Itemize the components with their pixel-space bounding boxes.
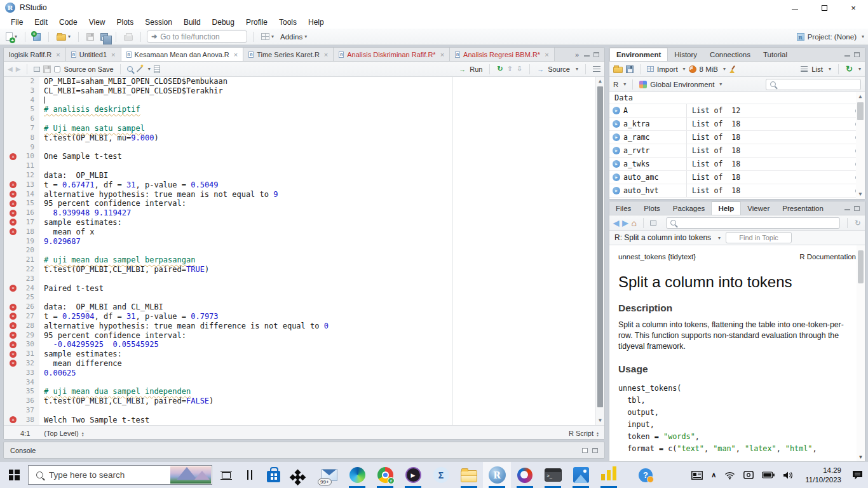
- help-forward-icon[interactable]: ▶: [622, 219, 628, 227]
- go-down-icon[interactable]: ⇩: [517, 65, 522, 73]
- code-line-36[interactable]: 36t.test(OP_MLBI,CL_MLBI, paired=FALSE): [4, 396, 604, 406]
- terminal-icon[interactable]: [539, 462, 567, 488]
- filetype-selector[interactable]: R Script▲▼: [569, 430, 599, 437]
- action-center-icon[interactable]: [852, 470, 863, 480]
- help-new-window-icon[interactable]: [650, 220, 656, 226]
- source-tab[interactable]: Analisis Regresi BBM.R*×: [450, 48, 554, 61]
- expand-object-icon[interactable]: ▶: [613, 133, 620, 141]
- view-mode-button[interactable]: List: [811, 65, 823, 73]
- expand-object-icon[interactable]: ▶: [613, 160, 620, 168]
- tab-close-icon[interactable]: ×: [111, 51, 115, 58]
- save-workspace-icon[interactable]: [626, 65, 634, 73]
- expand-object-icon[interactable]: ▶: [613, 187, 620, 194]
- pane-maximize-icon[interactable]: [593, 52, 599, 57]
- tray-expand-icon[interactable]: ∧: [711, 471, 716, 479]
- code-line-9[interactable]: 9: [4, 143, 604, 152]
- environment-scrollbar[interactable]: ▲ ▼: [856, 92, 865, 199]
- code-line-21[interactable]: 21# uji mean dua sampel berpasangan: [4, 255, 604, 265]
- pane-maximize-icon[interactable]: [854, 206, 860, 211]
- find-in-topic-input[interactable]: [726, 232, 792, 243]
- tab-history[interactable]: History: [668, 48, 703, 61]
- code-line-37[interactable]: 37: [4, 406, 604, 416]
- scroll-up-icon[interactable]: ▲: [596, 77, 604, 86]
- editor-scrollbar[interactable]: ▲ ▼: [595, 77, 604, 425]
- tab-presentation[interactable]: Presentation: [776, 201, 830, 215]
- chrome-icon[interactable]: r: [371, 462, 399, 488]
- source-tab[interactable]: logisik Rafif.R×: [4, 48, 66, 61]
- open-file-button[interactable]: ▾: [55, 30, 72, 43]
- code-line-2[interactable]: 2OP_MLBI=saham_MLBI_OPEN_CLOSED$Pembukaa…: [4, 77, 604, 86]
- rerun-icon[interactable]: ↻: [497, 65, 503, 73]
- menu-help[interactable]: Help: [302, 17, 330, 28]
- environment-object-row[interactable]: ▶a_ramcList of 18: [609, 131, 865, 144]
- code-line-14[interactable]: ×14alternative hypothesis: true mean is …: [4, 190, 604, 200]
- code-line-5[interactable]: 5# analisis deskriptif: [4, 105, 604, 114]
- pane-minimize-icon[interactable]: [584, 52, 590, 57]
- battery-icon[interactable]: [762, 471, 775, 478]
- environment-search-input[interactable]: [779, 81, 857, 88]
- source-tab[interactable]: Analisis Diskriminan Rafif.R*×: [334, 48, 450, 61]
- expand-object-icon[interactable]: ▶: [613, 147, 620, 154]
- environment-object-row[interactable]: ▶auto_hvtList of 18: [609, 184, 865, 198]
- addins-menu[interactable]: Addins▾: [278, 30, 309, 43]
- dropbox-icon[interactable]: [287, 462, 315, 488]
- start-button[interactable]: [0, 462, 28, 488]
- print-button[interactable]: [122, 30, 135, 43]
- code-line-3[interactable]: 3CL_MLBI=saham_MLBI_OPEN_CLOSED$Terakhir: [4, 86, 604, 96]
- pane-maximize-icon[interactable]: [854, 52, 860, 57]
- expand-object-icon[interactable]: ▶: [613, 173, 620, 181]
- load-workspace-icon[interactable]: [613, 67, 623, 73]
- project-menu[interactable]: R Project: (None)▾: [797, 33, 864, 41]
- microsoft-store-icon[interactable]: [259, 462, 287, 488]
- code-line-23[interactable]: 23: [4, 274, 604, 284]
- scroll-down-icon[interactable]: ▼: [857, 454, 865, 460]
- menu-plots[interactable]: Plots: [111, 17, 140, 28]
- code-line-17[interactable]: ×17sample estimates:: [4, 218, 604, 227]
- workspace-panes-button[interactable]: ▾: [259, 30, 276, 43]
- help-icon[interactable]: [632, 462, 660, 488]
- environment-object-row[interactable]: ▶a_ktraList of 18: [609, 118, 865, 131]
- help-search[interactable]: [666, 217, 840, 229]
- tab-environment[interactable]: Environment: [609, 48, 668, 61]
- mail-icon[interactable]: 99+: [315, 462, 343, 488]
- home-icon[interactable]: ⌂: [631, 219, 636, 227]
- menu-session[interactable]: Session: [139, 17, 178, 28]
- menu-file[interactable]: File: [5, 17, 29, 28]
- power-bi-icon[interactable]: [595, 462, 623, 488]
- pane-minimize-icon[interactable]: [844, 206, 850, 210]
- find-replace-icon[interactable]: [127, 66, 133, 72]
- close-button[interactable]: ×: [839, 0, 868, 15]
- menu-tools[interactable]: Tools: [273, 17, 302, 28]
- memory-usage[interactable]: 8 MiB: [700, 65, 718, 73]
- office-icon[interactable]: [511, 462, 539, 488]
- code-line-8[interactable]: 8t.test(OP_MLBI, mu=9.000): [4, 133, 604, 143]
- source-button[interactable]: Source: [548, 65, 570, 73]
- document-outline-icon[interactable]: [593, 66, 600, 72]
- tab-connections[interactable]: Connections: [703, 48, 757, 61]
- scroll-down-icon[interactable]: ▼: [596, 416, 604, 425]
- edge-icon[interactable]: [343, 462, 371, 488]
- tab-viewer[interactable]: Viewer: [741, 201, 776, 215]
- environment-search[interactable]: [766, 79, 861, 90]
- source-on-save-checkbox[interactable]: [54, 66, 60, 72]
- code-line-27[interactable]: ×27t = 0.25904, df = 31, p-value = 0.797…: [4, 312, 604, 322]
- tab-close-icon[interactable]: ×: [545, 51, 548, 58]
- environment-object-row[interactable]: ▶AList of 12: [609, 104, 865, 118]
- language-selector[interactable]: R: [613, 81, 618, 88]
- task-view-button[interactable]: [212, 462, 240, 488]
- code-editor[interactable]: 2OP_MLBI=saham_MLBI_OPEN_CLOSED$Pembukaa…: [4, 77, 604, 425]
- goto-file-function-input[interactable]: ➜ Go to file/function: [147, 30, 247, 43]
- save-button[interactable]: [85, 30, 96, 43]
- refresh-icon[interactable]: ↻: [846, 65, 853, 73]
- code-line-24[interactable]: ×24Paired t-test: [4, 284, 604, 294]
- tab-close-icon[interactable]: ×: [56, 51, 60, 58]
- code-line-31[interactable]: ×31sample estimates:: [4, 349, 604, 359]
- console-maximize-icon[interactable]: [592, 448, 598, 453]
- console-restore-icon[interactable]: [582, 448, 588, 453]
- code-line-15[interactable]: ×1595 percent confidence interval:: [4, 199, 604, 208]
- tab-close-icon[interactable]: ×: [324, 51, 328, 58]
- rstudio-icon[interactable]: [483, 462, 511, 488]
- code-line-32[interactable]: ×32 mean difference: [4, 359, 604, 369]
- save-all-button[interactable]: [98, 30, 110, 43]
- code-line-18[interactable]: ×18 mean of x: [4, 227, 604, 237]
